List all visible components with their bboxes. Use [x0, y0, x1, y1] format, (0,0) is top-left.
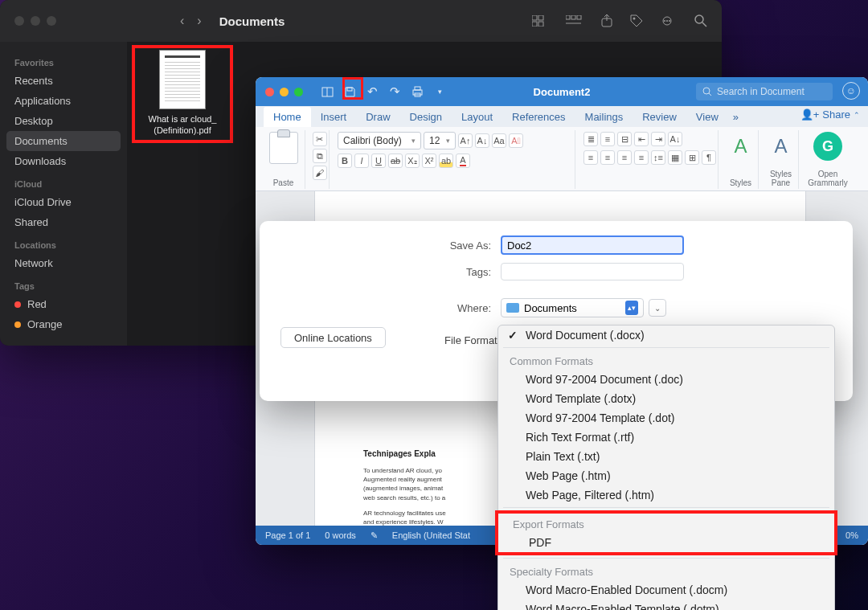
underline-button[interactable]: U: [371, 154, 386, 168]
tab-review[interactable]: Review: [633, 107, 686, 127]
tab-home[interactable]: Home: [264, 107, 311, 127]
decrease-indent-icon[interactable]: ⇤: [634, 132, 649, 146]
format-option[interactable]: Word 97-2004 Template (.dot): [498, 408, 834, 428]
styles-icon[interactable]: A: [725, 130, 757, 162]
search-icon[interactable]: [694, 14, 707, 27]
paste-icon[interactable]: [269, 132, 298, 164]
tab-references[interactable]: References: [502, 107, 575, 127]
sidebar-item-recents[interactable]: Recents: [6, 71, 121, 91]
tab-draw[interactable]: Draw: [356, 107, 399, 127]
line-spacing-icon[interactable]: ↕≡: [651, 150, 665, 165]
strike-button[interactable]: ab: [388, 154, 403, 168]
sidebar-tag-orange[interactable]: Orange: [6, 314, 121, 334]
borders-icon[interactable]: ⊞: [685, 150, 699, 165]
spellcheck-icon[interactable]: ✎: [371, 530, 378, 541]
feedback-icon[interactable]: ☺: [842, 82, 860, 100]
search-field[interactable]: Search in Document: [696, 83, 833, 100]
redo-icon[interactable]: ↷: [385, 82, 404, 101]
sidebar-tag-red[interactable]: Red: [6, 294, 121, 314]
font-size-select[interactable]: 12▾: [424, 132, 456, 149]
clear-format-icon[interactable]: A⃠: [509, 133, 523, 148]
tab-layout[interactable]: Layout: [452, 107, 502, 127]
format-option-pdf[interactable]: PDF: [502, 533, 831, 552]
format-option[interactable]: Word Template (.dotx): [498, 389, 834, 408]
styles-pane-icon[interactable]: A: [765, 130, 797, 162]
sidebar-item-desktop[interactable]: Desktop: [6, 111, 121, 131]
finder-traffic-lights[interactable]: [14, 16, 56, 26]
tags-field[interactable]: [501, 263, 684, 280]
format-option[interactable]: Web Page (.htm): [498, 466, 834, 485]
close-icon[interactable]: [14, 16, 24, 26]
tab-design[interactable]: Design: [400, 107, 452, 127]
tabs-overflow-icon[interactable]: »: [728, 107, 743, 127]
back-icon[interactable]: ‹: [180, 14, 184, 28]
undo-icon[interactable]: ↶: [362, 82, 382, 101]
status-language[interactable]: English (United Stat: [392, 530, 470, 540]
decrease-font-icon[interactable]: A↓: [475, 133, 489, 148]
where-select[interactable]: Documents ▴▾: [501, 298, 644, 317]
view-grid-icon[interactable]: [532, 15, 548, 27]
online-locations-button[interactable]: Online Locations: [280, 327, 386, 348]
change-case-icon[interactable]: Aa: [492, 133, 506, 148]
tab-insert[interactable]: Insert: [311, 107, 357, 127]
tag-icon[interactable]: [630, 14, 643, 27]
copy-icon[interactable]: ⧉: [313, 149, 327, 163]
maximize-icon[interactable]: [294, 88, 303, 96]
close-icon[interactable]: [265, 88, 274, 96]
group-icon[interactable]: [566, 15, 583, 27]
qat-dropdown-icon[interactable]: ▾: [430, 82, 449, 101]
status-page[interactable]: Page 1 of 1: [265, 530, 310, 540]
sidebar-item-downloads[interactable]: Downloads: [6, 151, 121, 171]
tab-view[interactable]: View: [686, 107, 728, 127]
sidebar-item-applications[interactable]: Applications: [6, 91, 121, 111]
align-right-icon[interactable]: ≡: [617, 150, 632, 165]
format-option[interactable]: Word Macro-Enabled Template (.dotm): [498, 600, 834, 610]
increase-font-icon[interactable]: A↑: [458, 133, 473, 148]
bullets-icon[interactable]: ≣: [583, 132, 598, 146]
format-painter-icon[interactable]: 🖌: [313, 166, 327, 180]
share-icon[interactable]: [601, 14, 612, 27]
italic-button[interactable]: I: [354, 154, 369, 168]
expand-button[interactable]: ⌄: [649, 299, 666, 317]
increase-indent-icon[interactable]: ⇥: [651, 132, 665, 146]
format-option[interactable]: Rich Text Format (.rtf): [498, 428, 834, 447]
tab-mailings[interactable]: Mailings: [575, 107, 633, 127]
font-color-button[interactable]: A: [456, 154, 470, 168]
numbering-icon[interactable]: ≡: [600, 132, 615, 146]
save-as-field[interactable]: [501, 235, 684, 255]
home-icon[interactable]: [317, 82, 337, 101]
align-center-icon[interactable]: ≡: [600, 150, 615, 165]
font-name-select[interactable]: Calibri (Body)▾: [338, 132, 421, 149]
format-option[interactable]: Word Macro-Enabled Document (.docm): [498, 580, 834, 600]
subscript-button[interactable]: X₂: [405, 154, 420, 168]
multilevel-icon[interactable]: ⊟: [617, 132, 632, 146]
forward-icon[interactable]: ›: [197, 14, 201, 28]
shading-icon[interactable]: ▦: [668, 150, 682, 165]
minimize-icon[interactable]: [280, 88, 289, 96]
action-icon[interactable]: [661, 15, 677, 27]
grammarly-icon[interactable]: G: [813, 132, 842, 161]
highlight-button[interactable]: ab: [439, 154, 453, 168]
status-words[interactable]: 0 words: [325, 530, 356, 540]
show-marks-icon[interactable]: ¶: [702, 150, 716, 165]
format-option[interactable]: Plain Text (.txt): [498, 447, 834, 466]
sidebar-item-icloud-drive[interactable]: iCloud Drive: [6, 192, 121, 212]
bold-button[interactable]: B: [338, 154, 352, 168]
minimize-icon[interactable]: [31, 16, 40, 26]
superscript-button[interactable]: X²: [422, 154, 436, 168]
file-thumbnail[interactable]: [159, 50, 206, 109]
word-traffic-lights[interactable]: [256, 88, 313, 96]
file-name[interactable]: What is ar cloud_ (Definition).pdf: [135, 114, 230, 137]
sidebar-item-network[interactable]: Network: [6, 253, 121, 273]
sort-icon[interactable]: A↓: [668, 132, 682, 146]
format-option[interactable]: Web Page, Filtered (.htm): [498, 485, 834, 505]
format-option-docx[interactable]: Word Document (.docx): [498, 325, 834, 345]
sidebar-item-shared[interactable]: Shared: [6, 212, 121, 232]
format-option[interactable]: Word 97-2004 Document (.doc): [498, 370, 834, 389]
maximize-icon[interactable]: [47, 16, 56, 26]
status-zoom[interactable]: 0%: [845, 530, 858, 540]
cut-icon[interactable]: ✂: [313, 132, 327, 146]
sidebar-item-documents[interactable]: Documents: [6, 131, 121, 151]
print-icon[interactable]: [407, 82, 427, 101]
justify-icon[interactable]: ≡: [634, 150, 649, 165]
